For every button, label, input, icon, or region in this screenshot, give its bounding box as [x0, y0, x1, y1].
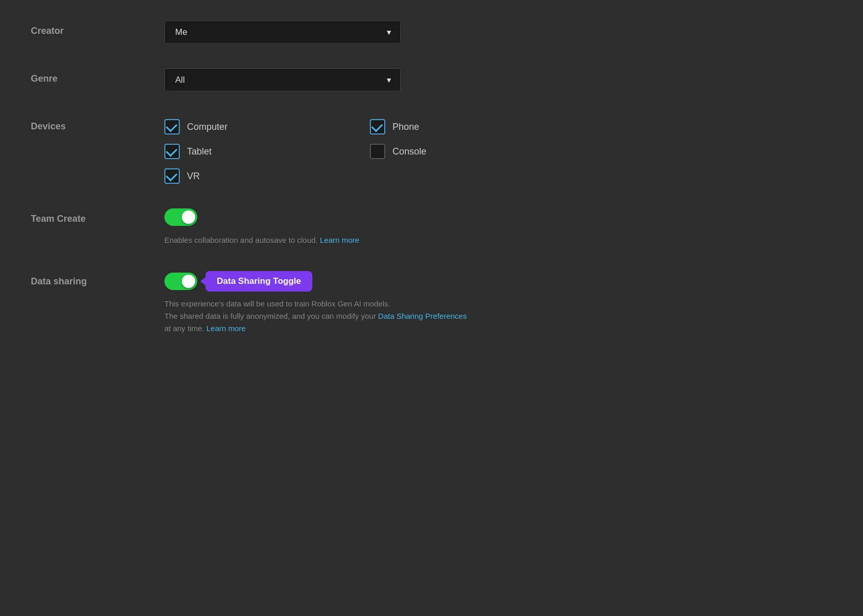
creator-select[interactable]: Me Group: [164, 21, 401, 44]
team-create-description: Enables collaboration and autosave to cl…: [164, 234, 545, 246]
devices-label: Devices: [31, 116, 164, 132]
devices-row: Devices Computer Phone Tablet Console: [31, 116, 545, 184]
data-sharing-learn-more-link[interactable]: Learn more: [207, 324, 246, 333]
creator-row: Creator Me Group ▼: [31, 21, 545, 44]
team-create-row: Team Create Enables collaboration and au…: [31, 208, 545, 246]
creator-dropdown-wrapper: Me Group ▼: [164, 21, 401, 44]
checkbox-label-tablet: Tablet: [187, 146, 212, 157]
genre-row: Genre All Action Adventure Comedy Fantas…: [31, 68, 545, 91]
data-sharing-toggle[interactable]: [164, 273, 197, 290]
genre-control: All Action Adventure Comedy Fantasy Horr…: [164, 68, 545, 91]
genre-label: Genre: [31, 68, 164, 84]
genre-dropdown-wrapper: All Action Adventure Comedy Fantasy Horr…: [164, 68, 401, 91]
checkbox-item-console[interactable]: Console: [370, 144, 545, 159]
data-sharing-row: Data sharing Data Sharing Toggle This ex…: [31, 271, 545, 335]
genre-select[interactable]: All Action Adventure Comedy Fantasy Horr…: [164, 68, 401, 91]
team-create-thumb: [182, 210, 195, 224]
data-sharing-toggle-row: Data Sharing Toggle: [164, 271, 545, 292]
checkbox-item-phone[interactable]: Phone: [370, 119, 545, 134]
checkbox-label-vr: VR: [187, 171, 200, 182]
data-sharing-thumb: [182, 275, 195, 288]
devices-grid: Computer Phone Tablet Console VR: [164, 116, 545, 184]
creator-label: Creator: [31, 21, 164, 36]
team-create-control: Enables collaboration and autosave to cl…: [164, 208, 545, 246]
data-sharing-label: Data sharing: [31, 271, 164, 287]
checkbox-label-computer: Computer: [187, 122, 228, 132]
data-sharing-preferences-link[interactable]: Data Sharing Preferences: [378, 312, 467, 320]
checkbox-item-computer[interactable]: Computer: [164, 119, 339, 134]
team-create-label: Team Create: [31, 208, 164, 224]
checkbox-vr[interactable]: [164, 168, 180, 184]
checkbox-console[interactable]: [370, 144, 385, 159]
checkbox-item-tablet[interactable]: Tablet: [164, 144, 339, 159]
checkbox-computer[interactable]: [164, 119, 180, 134]
team-create-toggle[interactable]: [164, 208, 197, 226]
checkbox-tablet[interactable]: [164, 144, 180, 159]
team-create-learn-more-link[interactable]: Learn more: [320, 236, 360, 244]
creator-control: Me Group ▼: [164, 21, 545, 44]
data-sharing-description: This experience's data will be used to t…: [164, 298, 545, 335]
checkbox-item-vr[interactable]: VR: [164, 168, 339, 184]
data-sharing-control: Data Sharing Toggle This experience's da…: [164, 271, 545, 335]
checkbox-label-console: Console: [392, 146, 426, 157]
data-sharing-tooltip: Data Sharing Toggle: [205, 271, 312, 292]
checkbox-label-phone: Phone: [392, 122, 419, 132]
settings-container: Creator Me Group ▼ Genre All Action Adve…: [31, 21, 545, 335]
checkbox-phone[interactable]: [370, 119, 385, 134]
devices-control: Computer Phone Tablet Console VR: [164, 116, 545, 184]
